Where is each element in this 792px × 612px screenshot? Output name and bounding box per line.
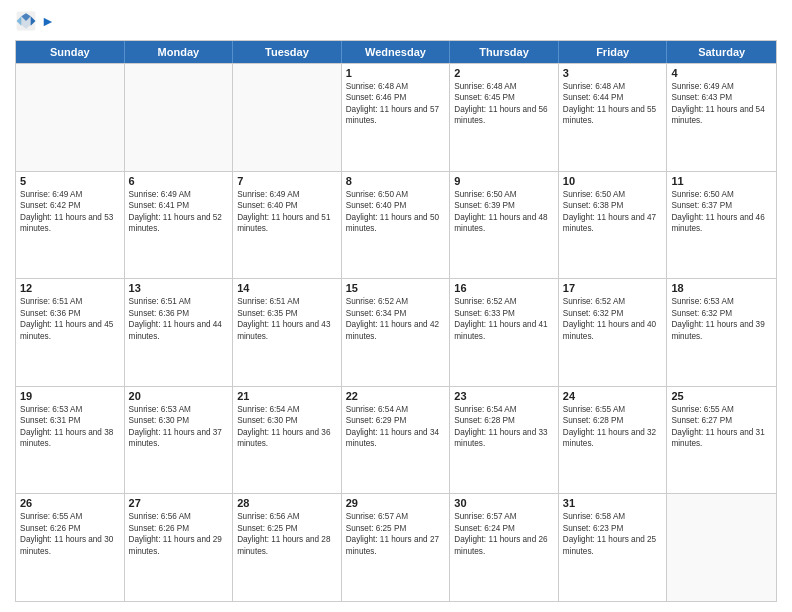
calendar-row-3: 12Sunrise: 6:51 AM Sunset: 6:36 PM Dayli… [16, 278, 776, 386]
day-number: 1 [346, 67, 446, 79]
weekday-header-monday: Monday [125, 41, 234, 63]
calendar-cell: 4Sunrise: 6:49 AM Sunset: 6:43 PM Daylig… [667, 64, 776, 171]
cell-info: Sunrise: 6:49 AM Sunset: 6:40 PM Dayligh… [237, 189, 337, 235]
cell-info: Sunrise: 6:49 AM Sunset: 6:42 PM Dayligh… [20, 189, 120, 235]
cell-info: Sunrise: 6:48 AM Sunset: 6:45 PM Dayligh… [454, 81, 554, 127]
calendar-row-2: 5Sunrise: 6:49 AM Sunset: 6:42 PM Daylig… [16, 171, 776, 279]
calendar-row-4: 19Sunrise: 6:53 AM Sunset: 6:31 PM Dayli… [16, 386, 776, 494]
calendar-cell: 8Sunrise: 6:50 AM Sunset: 6:40 PM Daylig… [342, 172, 451, 279]
calendar-cell [125, 64, 234, 171]
calendar-cell: 11Sunrise: 6:50 AM Sunset: 6:37 PM Dayli… [667, 172, 776, 279]
cell-info: Sunrise: 6:53 AM Sunset: 6:31 PM Dayligh… [20, 404, 120, 450]
cell-info: Sunrise: 6:52 AM Sunset: 6:32 PM Dayligh… [563, 296, 663, 342]
cell-info: Sunrise: 6:55 AM Sunset: 6:28 PM Dayligh… [563, 404, 663, 450]
day-number: 14 [237, 282, 337, 294]
calendar-cell: 24Sunrise: 6:55 AM Sunset: 6:28 PM Dayli… [559, 387, 668, 494]
calendar-cell: 23Sunrise: 6:54 AM Sunset: 6:28 PM Dayli… [450, 387, 559, 494]
day-number: 30 [454, 497, 554, 509]
calendar-cell: 16Sunrise: 6:52 AM Sunset: 6:33 PM Dayli… [450, 279, 559, 386]
calendar-cell: 7Sunrise: 6:49 AM Sunset: 6:40 PM Daylig… [233, 172, 342, 279]
calendar-cell [233, 64, 342, 171]
calendar-cell: 28Sunrise: 6:56 AM Sunset: 6:25 PM Dayli… [233, 494, 342, 601]
day-number: 11 [671, 175, 772, 187]
calendar-cell: 3Sunrise: 6:48 AM Sunset: 6:44 PM Daylig… [559, 64, 668, 171]
calendar-cell: 20Sunrise: 6:53 AM Sunset: 6:30 PM Dayli… [125, 387, 234, 494]
cell-info: Sunrise: 6:55 AM Sunset: 6:26 PM Dayligh… [20, 511, 120, 557]
day-number: 3 [563, 67, 663, 79]
day-number: 9 [454, 175, 554, 187]
calendar-cell: 29Sunrise: 6:57 AM Sunset: 6:25 PM Dayli… [342, 494, 451, 601]
page: ► SundayMondayTuesdayWednesdayThursdayFr… [0, 0, 792, 612]
cell-info: Sunrise: 6:50 AM Sunset: 6:37 PM Dayligh… [671, 189, 772, 235]
cell-info: Sunrise: 6:51 AM Sunset: 6:36 PM Dayligh… [20, 296, 120, 342]
cell-info: Sunrise: 6:58 AM Sunset: 6:23 PM Dayligh… [563, 511, 663, 557]
calendar-cell: 1Sunrise: 6:48 AM Sunset: 6:46 PM Daylig… [342, 64, 451, 171]
cell-info: Sunrise: 6:56 AM Sunset: 6:25 PM Dayligh… [237, 511, 337, 557]
day-number: 8 [346, 175, 446, 187]
day-number: 5 [20, 175, 120, 187]
cell-info: Sunrise: 6:53 AM Sunset: 6:32 PM Dayligh… [671, 296, 772, 342]
logo: ► [15, 10, 55, 32]
day-number: 29 [346, 497, 446, 509]
cell-info: Sunrise: 6:57 AM Sunset: 6:24 PM Dayligh… [454, 511, 554, 557]
calendar-header: SundayMondayTuesdayWednesdayThursdayFrid… [16, 41, 776, 63]
day-number: 13 [129, 282, 229, 294]
calendar-cell: 18Sunrise: 6:53 AM Sunset: 6:32 PM Dayli… [667, 279, 776, 386]
calendar-cell: 27Sunrise: 6:56 AM Sunset: 6:26 PM Dayli… [125, 494, 234, 601]
calendar-cell: 21Sunrise: 6:54 AM Sunset: 6:30 PM Dayli… [233, 387, 342, 494]
calendar-cell: 10Sunrise: 6:50 AM Sunset: 6:38 PM Dayli… [559, 172, 668, 279]
cell-info: Sunrise: 6:50 AM Sunset: 6:39 PM Dayligh… [454, 189, 554, 235]
calendar-cell [667, 494, 776, 601]
calendar: SundayMondayTuesdayWednesdayThursdayFrid… [15, 40, 777, 602]
weekday-header-tuesday: Tuesday [233, 41, 342, 63]
day-number: 20 [129, 390, 229, 402]
cell-info: Sunrise: 6:49 AM Sunset: 6:41 PM Dayligh… [129, 189, 229, 235]
weekday-header-wednesday: Wednesday [342, 41, 451, 63]
cell-info: Sunrise: 6:52 AM Sunset: 6:34 PM Dayligh… [346, 296, 446, 342]
weekday-header-sunday: Sunday [16, 41, 125, 63]
header: ► [15, 10, 777, 32]
calendar-cell: 13Sunrise: 6:51 AM Sunset: 6:36 PM Dayli… [125, 279, 234, 386]
day-number: 28 [237, 497, 337, 509]
day-number: 7 [237, 175, 337, 187]
day-number: 16 [454, 282, 554, 294]
day-number: 12 [20, 282, 120, 294]
day-number: 22 [346, 390, 446, 402]
cell-info: Sunrise: 6:51 AM Sunset: 6:35 PM Dayligh… [237, 296, 337, 342]
calendar-cell: 5Sunrise: 6:49 AM Sunset: 6:42 PM Daylig… [16, 172, 125, 279]
day-number: 21 [237, 390, 337, 402]
cell-info: Sunrise: 6:51 AM Sunset: 6:36 PM Dayligh… [129, 296, 229, 342]
weekday-header-thursday: Thursday [450, 41, 559, 63]
calendar-cell: 25Sunrise: 6:55 AM Sunset: 6:27 PM Dayli… [667, 387, 776, 494]
calendar-cell: 9Sunrise: 6:50 AM Sunset: 6:39 PM Daylig… [450, 172, 559, 279]
calendar-cell: 22Sunrise: 6:54 AM Sunset: 6:29 PM Dayli… [342, 387, 451, 494]
calendar-row-1: 1Sunrise: 6:48 AM Sunset: 6:46 PM Daylig… [16, 63, 776, 171]
day-number: 31 [563, 497, 663, 509]
day-number: 19 [20, 390, 120, 402]
day-number: 24 [563, 390, 663, 402]
day-number: 10 [563, 175, 663, 187]
cell-info: Sunrise: 6:50 AM Sunset: 6:40 PM Dayligh… [346, 189, 446, 235]
cell-info: Sunrise: 6:53 AM Sunset: 6:30 PM Dayligh… [129, 404, 229, 450]
cell-info: Sunrise: 6:54 AM Sunset: 6:30 PM Dayligh… [237, 404, 337, 450]
logo-icon [15, 10, 37, 32]
logo-blue-icon: ► [41, 13, 55, 29]
calendar-cell: 30Sunrise: 6:57 AM Sunset: 6:24 PM Dayli… [450, 494, 559, 601]
day-number: 18 [671, 282, 772, 294]
day-number: 2 [454, 67, 554, 79]
calendar-cell: 26Sunrise: 6:55 AM Sunset: 6:26 PM Dayli… [16, 494, 125, 601]
day-number: 6 [129, 175, 229, 187]
cell-info: Sunrise: 6:48 AM Sunset: 6:46 PM Dayligh… [346, 81, 446, 127]
cell-info: Sunrise: 6:48 AM Sunset: 6:44 PM Dayligh… [563, 81, 663, 127]
day-number: 25 [671, 390, 772, 402]
logo-text: ► [41, 13, 55, 30]
calendar-cell: 19Sunrise: 6:53 AM Sunset: 6:31 PM Dayli… [16, 387, 125, 494]
calendar-cell: 12Sunrise: 6:51 AM Sunset: 6:36 PM Dayli… [16, 279, 125, 386]
calendar-cell: 15Sunrise: 6:52 AM Sunset: 6:34 PM Dayli… [342, 279, 451, 386]
calendar-cell: 17Sunrise: 6:52 AM Sunset: 6:32 PM Dayli… [559, 279, 668, 386]
day-number: 4 [671, 67, 772, 79]
weekday-header-friday: Friday [559, 41, 668, 63]
cell-info: Sunrise: 6:57 AM Sunset: 6:25 PM Dayligh… [346, 511, 446, 557]
calendar-row-5: 26Sunrise: 6:55 AM Sunset: 6:26 PM Dayli… [16, 493, 776, 601]
day-number: 17 [563, 282, 663, 294]
